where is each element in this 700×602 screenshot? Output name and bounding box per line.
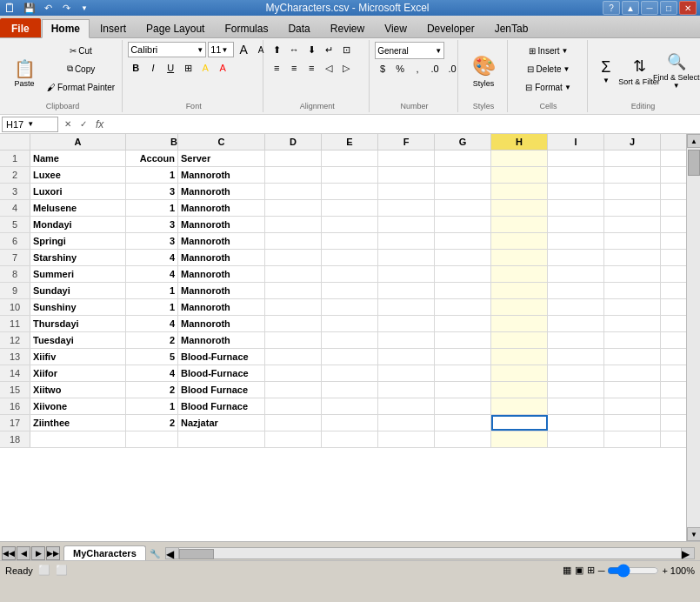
grid-cell[interactable] — [322, 150, 378, 166]
grid-cell[interactable] — [548, 266, 604, 282]
grid-cell[interactable] — [604, 415, 661, 431]
grid-cell[interactable] — [548, 217, 604, 232]
grid-cell[interactable] — [548, 365, 604, 381]
grid-cell[interactable] — [548, 382, 604, 398]
grid-cell[interactable] — [491, 266, 548, 282]
add-sheet-button[interactable]: 🔧 — [148, 547, 162, 560]
grid-cell[interactable] — [491, 233, 548, 249]
grid-cell[interactable] — [548, 200, 604, 216]
grid-cell[interactable]: Mannoroth — [178, 217, 265, 232]
grid-cell[interactable]: Xiifor — [30, 365, 126, 381]
grid-cell[interactable] — [322, 299, 378, 315]
grid-cell[interactable]: Mannoroth — [178, 332, 265, 348]
grid-cell[interactable] — [378, 316, 435, 331]
grid-cell[interactable] — [322, 184, 378, 199]
hscroll-track[interactable] — [179, 547, 681, 559]
grid-cell[interactable]: 3 — [126, 184, 178, 199]
grid-cell[interactable] — [265, 217, 322, 232]
grid-cell[interactable]: Ziinthee — [30, 415, 126, 431]
grid-cell[interactable]: 1 — [126, 299, 178, 315]
scroll-up-button[interactable]: ▲ — [687, 134, 700, 148]
grid-cell[interactable]: Blood-Furnace — [178, 365, 265, 381]
italic-button[interactable]: I — [145, 60, 161, 76]
grid-cell[interactable] — [548, 184, 604, 199]
grid-cell[interactable] — [435, 431, 491, 447]
insert-dropdown-icon[interactable]: ▼ — [562, 47, 569, 55]
col-header-c[interactable]: C — [178, 134, 265, 150]
merge-button[interactable]: ⊡ — [338, 42, 354, 57]
col-header-g[interactable]: G — [435, 134, 491, 150]
grid-cell[interactable] — [491, 398, 548, 414]
align-center-button[interactable]: ≡ — [286, 60, 302, 76]
grid-cell[interactable] — [548, 415, 604, 431]
grid-cell[interactable]: Blood Furnace — [178, 382, 265, 398]
grid-cell[interactable]: 5 — [126, 349, 178, 365]
grid-cell[interactable]: Mannoroth — [178, 200, 265, 216]
grid-cell[interactable] — [378, 332, 435, 348]
grid-cell[interactable] — [548, 316, 604, 331]
row-number[interactable]: 11 — [0, 316, 30, 331]
comma-button[interactable]: , — [410, 61, 425, 77]
grid-cell[interactable] — [322, 266, 378, 282]
row-number[interactable]: 4 — [0, 200, 30, 216]
grid-cell[interactable]: 1 — [126, 283, 178, 298]
grid-cell[interactable] — [491, 316, 548, 331]
grid-cell[interactable]: Name — [30, 150, 126, 166]
tab-home[interactable]: Home — [42, 19, 90, 38]
row-number[interactable]: 1 — [0, 150, 30, 166]
grid-cell[interactable] — [378, 365, 435, 381]
grid-cell[interactable] — [491, 349, 548, 365]
grid-cell[interactable] — [435, 316, 491, 331]
grid-cell[interactable]: Sundayi — [30, 283, 126, 298]
grid-cell[interactable] — [491, 217, 548, 232]
scroll-down-button[interactable]: ▼ — [687, 527, 700, 541]
grid-cell[interactable]: Mannoroth — [178, 167, 265, 183]
grid-cell[interactable] — [378, 415, 435, 431]
help-button[interactable]: ? — [603, 1, 620, 15]
copy-button[interactable]: ⧉ Copy — [43, 60, 118, 77]
undo-qat-button[interactable]: ↶ — [40, 0, 56, 16]
grid-cell[interactable] — [435, 365, 491, 381]
grid-cell[interactable] — [548, 299, 604, 315]
vertical-scrollbar[interactable]: ▲ ▼ — [686, 134, 700, 541]
grid-cell[interactable] — [604, 283, 661, 298]
grid-cell[interactable]: Server — [178, 150, 265, 166]
font-name-input[interactable]: Calibri ▼ — [128, 42, 206, 57]
close-button[interactable]: ✕ — [679, 1, 697, 15]
grid-cell[interactable]: Accoun — [126, 150, 178, 166]
sheet-tab-mycharacters[interactable]: MyCharacters — [63, 545, 146, 560]
hscroll-left-button[interactable]: ◀ — [165, 547, 179, 559]
align-right-button[interactable]: ≡ — [303, 60, 319, 76]
align-top-button[interactable]: ⬆ — [269, 42, 284, 57]
tab-page-layout[interactable]: Page Layout — [137, 18, 214, 37]
grid-cell[interactable] — [491, 150, 548, 166]
grid-cell[interactable] — [604, 382, 661, 398]
grid-cell[interactable] — [491, 200, 548, 216]
grid-cell[interactable]: 1 — [126, 167, 178, 183]
grid-cell[interactable] — [604, 200, 661, 216]
grid-cell[interactable]: Sunshiny — [30, 299, 126, 315]
sheet-next-button[interactable]: ▶ — [31, 546, 45, 560]
hscroll-thumb[interactable] — [179, 549, 214, 559]
col-header-d[interactable]: D — [265, 134, 322, 150]
scroll-thumb[interactable] — [688, 150, 700, 176]
formula-input[interactable] — [110, 117, 698, 132]
grid-cell[interactable]: Melusene — [30, 200, 126, 216]
delete-dropdown-icon[interactable]: ▼ — [563, 65, 570, 73]
grid-cell[interactable]: Xiitwo — [30, 382, 126, 398]
grid-cell[interactable] — [491, 431, 548, 447]
grid-cell[interactable] — [548, 431, 604, 447]
hscroll-right-button[interactable]: ▶ — [681, 547, 695, 559]
grid-cell[interactable] — [491, 184, 548, 199]
grid-cell[interactable] — [435, 167, 491, 183]
grid-cell[interactable] — [378, 266, 435, 282]
name-box-dropdown-icon[interactable]: ▼ — [27, 120, 34, 128]
col-header-f[interactable]: F — [378, 134, 435, 150]
grid-cell[interactable] — [604, 150, 661, 166]
grid-cell[interactable]: Mannoroth — [178, 233, 265, 249]
grid-cell[interactable] — [378, 167, 435, 183]
grid-cell[interactable]: Thursdayi — [30, 316, 126, 331]
grid-cell[interactable] — [378, 150, 435, 166]
row-number[interactable]: 15 — [0, 382, 30, 398]
tab-data[interactable]: Data — [278, 18, 319, 37]
